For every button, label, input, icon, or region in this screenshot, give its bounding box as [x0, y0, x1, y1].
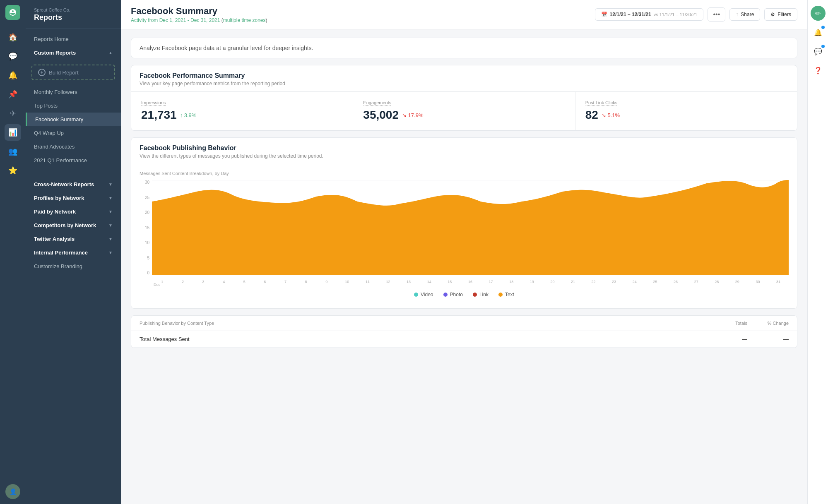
nav-notifications-icon[interactable]: 🔔: [5, 67, 21, 84]
chevron-down-icon: ▼: [108, 182, 113, 187]
x-label-16: 16: [460, 280, 481, 284]
nav-tasks-icon[interactable]: 📌: [5, 86, 21, 103]
nav-social-icon[interactable]: 👥: [5, 143, 21, 160]
sidebar-item-paid-by-network[interactable]: Paid by Network ▼: [26, 205, 121, 218]
engagements-change: ↘ 17.9%: [402, 112, 424, 118]
legend-text-dot: [498, 293, 503, 297]
legend-link: Link: [473, 292, 489, 298]
chart-svg: [152, 180, 789, 275]
x-label-3: 3: [193, 280, 214, 284]
x-label-7: 7: [275, 280, 296, 284]
nav-star-icon[interactable]: ⭐: [5, 162, 21, 179]
x-label-24: 24: [624, 280, 645, 284]
date-range-button[interactable]: 📅 12/1/21 – 12/31/21 vs 11/1/21 – 11/30/…: [595, 8, 704, 21]
impressions-label: Impressions: [141, 100, 343, 105]
right-rail-notifications[interactable]: 🔔: [811, 25, 826, 40]
page-title: Facebook Summary: [131, 6, 267, 17]
filter-icon: ⚙: [770, 12, 775, 17]
chart-area: 30 25 20 15 10 5 0: [140, 180, 789, 288]
sidebar-item-q4-wrap-up[interactable]: Q4 Wrap Up: [26, 126, 121, 140]
x-label-6: 6: [255, 280, 275, 284]
calendar-icon: 📅: [601, 12, 607, 17]
x-label-12: 12: [378, 280, 399, 284]
publishing-card: Facebook Publishing Behavior View the di…: [131, 137, 797, 309]
col-header-change: % Change: [747, 321, 789, 326]
nav-publish-icon[interactable]: ✈: [5, 105, 21, 122]
legend-video-dot: [414, 293, 418, 297]
sidebar-item-twitter-analysis[interactable]: Twitter Analysis ▼: [26, 232, 121, 246]
metric-engagements: Engagements 35,002 ↘ 17.9%: [353, 92, 575, 130]
col-header-type: Publishing Behavior by Content Type: [140, 321, 706, 326]
nav-home-icon[interactable]: 🏠: [5, 29, 21, 46]
x-label-19: 19: [522, 280, 542, 284]
legend-link-dot: [473, 293, 477, 297]
filters-button[interactable]: ⚙ Filters: [764, 8, 797, 21]
right-rail-help[interactable]: ❓: [811, 63, 826, 78]
impressions-value: 21,731 ↑ 3.9%: [141, 108, 343, 122]
sidebar-item-custom-reports[interactable]: Custom Reports ▲: [26, 46, 121, 60]
x-label-8: 8: [296, 280, 316, 284]
sidebar-item-competitors[interactable]: Competitors by Network ▼: [26, 218, 121, 232]
x-label-4: 4: [214, 280, 234, 284]
x-label-20: 20: [542, 280, 563, 284]
x-label-13: 13: [398, 280, 419, 284]
legend-photo: Photo: [443, 292, 463, 298]
sidebar-item-top-posts[interactable]: Top Posts: [26, 99, 121, 113]
performance-card-header: Facebook Performance Summary View your k…: [131, 65, 797, 92]
x-label-28: 28: [706, 280, 727, 284]
build-report-button[interactable]: + Build Report: [31, 65, 115, 80]
more-options-button[interactable]: •••: [708, 7, 725, 22]
chart-legend: Video Photo Link Text: [140, 288, 789, 304]
performance-card: Facebook Performance Summary View your k…: [131, 65, 797, 131]
publishing-card-title: Facebook Publishing Behavior: [140, 144, 789, 152]
chevron-down-icon-2: ▼: [108, 196, 113, 200]
main-content: Facebook Summary Activity from Dec 1, 20…: [121, 0, 807, 504]
nav-inbox-icon[interactable]: 💬: [5, 48, 21, 65]
table-header-row: Publishing Behavior by Content Type Tota…: [131, 316, 797, 331]
x-label-26: 26: [665, 280, 686, 284]
sidebar-brand: Sprout Coffee Co.: [34, 7, 113, 12]
publishing-card-header: Facebook Publishing Behavior View the di…: [131, 138, 797, 164]
metric-post-link-clicks: Post Link Clicks 82 ↘ 5.1%: [575, 92, 797, 130]
x-label-22: 22: [583, 280, 604, 284]
timezone-link[interactable]: multiple time zones: [223, 17, 266, 23]
sidebar: Sprout Coffee Co. Reports Reports Home C…: [26, 0, 121, 504]
compose-button[interactable]: ✏: [811, 6, 826, 21]
chart-container: Messages Sent Content Breakdown, by Day …: [131, 164, 797, 308]
chevron-up-icon: ▲: [108, 50, 113, 55]
share-button[interactable]: ↑ Share: [729, 8, 760, 21]
page-subtitle: Activity from Dec 1, 2021 - Dec 31, 2021…: [131, 17, 267, 23]
table-section: Publishing Behavior by Content Type Tota…: [131, 315, 797, 348]
x-label-15: 15: [440, 280, 460, 284]
sidebar-item-profiles-by-network[interactable]: Profiles by Network ▼: [26, 191, 121, 205]
sidebar-item-reports-home[interactable]: Reports Home: [26, 32, 121, 46]
sidebar-item-2021-q1[interactable]: 2021 Q1 Performance: [26, 154, 121, 167]
engagements-value: 35,002 ↘ 17.9%: [363, 108, 565, 122]
sidebar-header: Sprout Coffee Co. Reports: [26, 0, 121, 29]
sidebar-item-cross-network[interactable]: Cross-Network Reports ▼: [26, 178, 121, 191]
metrics-row: Impressions 21,731 ↑ 3.9% Engagements 35…: [131, 92, 797, 130]
sidebar-item-facebook-summary[interactable]: Facebook Summary: [26, 113, 121, 126]
x-label-9: 9: [316, 280, 337, 284]
table-row: Total Messages Sent — —: [131, 331, 797, 348]
sidebar-item-brand-advocates[interactable]: Brand Advocates: [26, 140, 121, 154]
x-label-2: 2: [173, 280, 193, 284]
x-label-30: 30: [748, 280, 768, 284]
x-label-31: 31: [768, 280, 789, 284]
nav-reports-icon[interactable]: 📊: [5, 124, 21, 141]
sidebar-title: Reports: [34, 13, 113, 22]
user-avatar[interactable]: 👤: [5, 484, 20, 499]
info-banner: Analyze Facebook page data at a granular…: [131, 38, 797, 58]
sidebar-item-internal-performance[interactable]: Internal Performance ▼: [26, 246, 121, 259]
chart-plot: [152, 180, 789, 275]
row-value-change: —: [747, 336, 789, 342]
publishing-card-subtitle: View the different types of messages you…: [140, 153, 789, 159]
legend-text: Text: [498, 292, 514, 298]
sidebar-item-customize-branding[interactable]: Customize Branding: [26, 259, 121, 273]
sidebar-item-monthly-followers[interactable]: Monthly Followers: [26, 85, 121, 99]
right-rail: ✏ 🔔 💬 ❓: [807, 0, 828, 504]
performance-card-subtitle: View your key page performance metrics f…: [140, 81, 789, 86]
x-label-18: 18: [501, 280, 522, 284]
chevron-down-icon-6: ▼: [108, 250, 113, 255]
right-rail-messages[interactable]: 💬: [811, 44, 826, 59]
